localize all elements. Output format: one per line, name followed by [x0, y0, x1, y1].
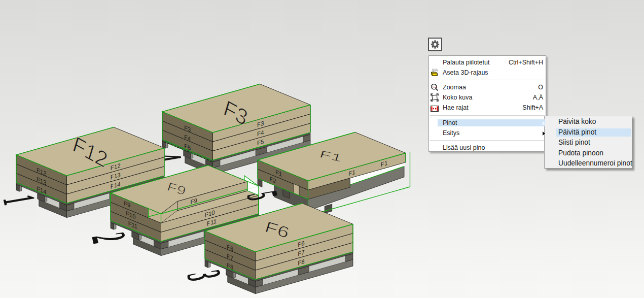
svg-text:1: 1: [0, 190, 45, 209]
svg-text:2: 2: [82, 227, 136, 248]
